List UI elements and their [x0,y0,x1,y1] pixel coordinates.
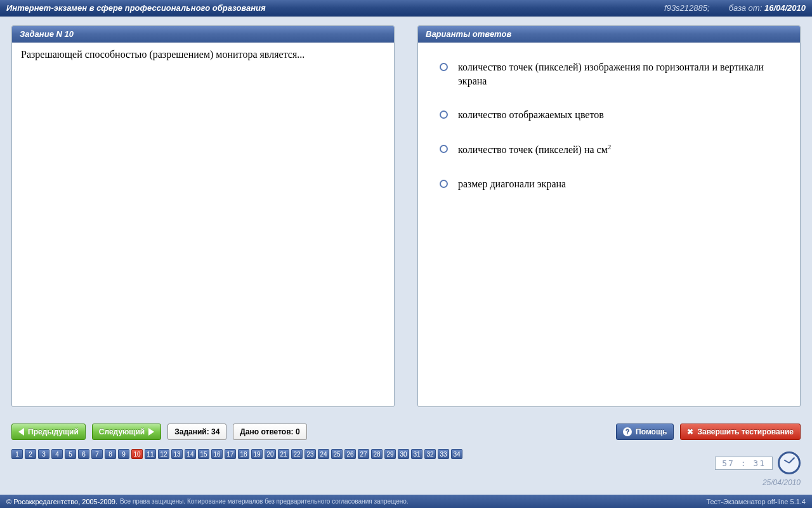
nav-question-2[interactable]: 2 [25,449,36,459]
nav-question-5[interactable]: 5 [65,449,76,459]
radio-button[interactable] [440,63,448,71]
nav-question-13[interactable]: 13 [171,449,183,459]
radio-button[interactable] [440,110,448,119]
answer-option[interactable]: размер диагонали экрана [440,177,791,191]
answer-option[interactable]: количество отображаемых цветов [440,108,791,122]
question-panel: Задание N 10 Разрешающей способностью (р… [11,25,395,407]
answers-panel-header: Варианты ответов [418,26,800,43]
nav-question-34[interactable]: 34 [451,449,462,459]
prev-button[interactable]: Предыдущий [11,424,86,440]
nav-question-10[interactable]: 10 [131,449,143,459]
question-text: Разрешающей способностью (разрешением) м… [12,43,394,406]
footer-bar: © Росаккредагентство, 2005-2009. Все пра… [0,495,812,508]
nav-question-11[interactable]: 11 [145,449,156,459]
answered-box: Дано ответов: 0 [233,424,306,440]
nav-question-18[interactable]: 18 [238,449,249,459]
nav-question-15[interactable]: 15 [198,449,209,459]
nav-question-16[interactable]: 16 [211,449,223,459]
answer-option[interactable]: количество точек (пикселей) изображения … [440,60,791,88]
nav-question-24[interactable]: 24 [318,449,329,459]
radio-button[interactable] [440,145,448,153]
title-bar: Интернет-экзамен в сфере профессионально… [0,0,812,17]
arrow-right-icon [148,428,154,436]
answers-list: количество точек (пикселей) изображения … [418,43,800,406]
nav-question-25[interactable]: 25 [331,449,343,459]
nav-question-7[interactable]: 7 [91,449,103,459]
nav-question-31[interactable]: 31 [411,449,422,459]
nav-question-21[interactable]: 21 [278,449,289,459]
nav-question-30[interactable]: 30 [398,449,409,459]
nav-question-33[interactable]: 33 [438,449,449,459]
total-questions-box: Заданий: 34 [167,424,226,440]
question-mark-icon: ? [623,427,632,436]
nav-question-32[interactable]: 32 [424,449,436,459]
bottom-bar: Предыдущий Следующий Заданий: 34 Дано от… [0,416,812,495]
answer-text: количество точек (пикселей) изображения … [458,60,791,88]
nav-question-8[interactable]: 8 [105,449,116,459]
main-area: Задание N 10 Разрешающей способностью (р… [0,17,812,416]
rights-text: Все права защищены. Копирование материал… [120,498,706,505]
session-id: f93s212885; [664,3,710,13]
radio-button[interactable] [440,180,448,188]
help-button[interactable]: ? Помощь [616,424,674,440]
next-button[interactable]: Следующий [92,424,161,440]
nav-question-29[interactable]: 29 [384,449,396,459]
answer-text: размер диагонали экрана [458,177,566,191]
current-date: 25/04/2010 [763,478,801,487]
answer-text: количество отображаемых цветов [458,108,604,122]
nav-question-4[interactable]: 4 [51,449,63,459]
clock-icon [778,451,801,474]
answer-option[interactable]: количество точек (пикселей) на см2 [440,142,791,157]
nav-question-9[interactable]: 9 [118,449,129,459]
nav-question-17[interactable]: 17 [225,449,236,459]
question-panel-header: Задание N 10 [12,26,394,43]
copyright: © Росаккредагентство, 2005-2009. [6,498,117,505]
question-nav: 1234567891011121314151617181920212223242… [0,444,812,459]
finish-button[interactable]: ✖ Завершить тестирование [680,424,801,440]
nav-question-1[interactable]: 1 [11,449,23,459]
nav-question-27[interactable]: 27 [358,449,369,459]
nav-question-20[interactable]: 20 [265,449,276,459]
answer-text: количество точек (пикселей) на см2 [458,142,611,157]
nav-question-3[interactable]: 3 [38,449,49,459]
nav-question-23[interactable]: 23 [304,449,316,459]
nav-question-14[interactable]: 14 [185,449,196,459]
exit-icon: ✖ [687,427,693,436]
answers-panel: Варианты ответов количество точек (пиксе… [417,25,801,407]
arrow-left-icon [18,428,24,436]
nav-question-26[interactable]: 26 [344,449,356,459]
nav-question-28[interactable]: 28 [371,449,383,459]
timer: 57 : 31 [715,457,773,470]
clock-zone: 57 : 31 [715,451,801,474]
app-title: Интернет-экзамен в сфере профессионально… [6,3,664,13]
nav-question-19[interactable]: 19 [251,449,263,459]
nav-question-22[interactable]: 22 [291,449,303,459]
nav-question-6[interactable]: 6 [78,449,89,459]
version-text: Тест-Экзаменатор off-line 5.1.4 [706,498,806,505]
nav-question-12[interactable]: 12 [158,449,169,459]
base-label: база от: 16/04/2010 [729,3,806,13]
controls-row: Предыдущий Следующий Заданий: 34 Дано от… [0,416,812,444]
